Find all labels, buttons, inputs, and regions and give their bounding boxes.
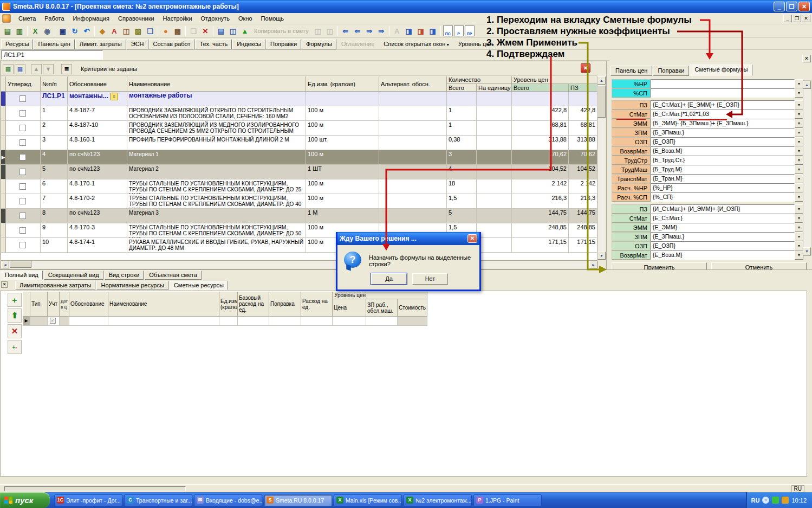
resource-tab-2[interactable]: Нормативные ресурсы bbox=[96, 281, 168, 290]
formula-dropdown-icon[interactable]: ▼ bbox=[795, 156, 803, 165]
view-tab-2[interactable]: Сокращенный вид bbox=[44, 271, 103, 280]
edit-font-icon[interactable]: А bbox=[108, 25, 120, 37]
formula-field[interactable]: {Б_Труд.Ст.} bbox=[651, 156, 795, 165]
no-button[interactable]: Нет bbox=[412, 273, 448, 285]
resource-tab-3[interactable]: Сметные ресурсы bbox=[170, 281, 228, 290]
formula-dropdown-icon[interactable]: ▼ bbox=[795, 250, 803, 260]
mdi-minimize-button[interactable]: _ bbox=[783, 15, 792, 22]
restore-button[interactable]: ❐ bbox=[786, 2, 797, 11]
formula-dropdown-icon[interactable]: ▼ bbox=[795, 100, 803, 110]
structure-icon[interactable]: ▩ bbox=[172, 25, 184, 37]
bottom-close-icon[interactable]: ✕ bbox=[1, 281, 8, 288]
formula-field[interactable]: {Б_Труд.М} bbox=[651, 165, 795, 174]
col-price-total[interactable]: Всего bbox=[512, 84, 569, 92]
rcol-cost[interactable]: Стоимость bbox=[398, 299, 427, 317]
formula-field[interactable]: {%_СП} bbox=[651, 192, 795, 202]
coefficients-icon[interactable]: ● bbox=[160, 25, 172, 37]
tab-эсн[interactable]: ЭСН bbox=[127, 39, 148, 49]
group-collapse-icon[interactable]: ▦ bbox=[15, 64, 25, 74]
criteria-list-icon[interactable]: ≣ bbox=[61, 64, 72, 74]
refresh-icon[interactable]: ↻ bbox=[69, 25, 81, 37]
col-pz[interactable]: ПЗ bbox=[569, 84, 597, 92]
formula-dropdown-icon[interactable]: ▼ bbox=[795, 174, 803, 183]
formula-dropdown-icon[interactable]: ▼ bbox=[795, 241, 803, 250]
formula-field[interactable]: {Е_Возв.М} bbox=[651, 250, 795, 260]
save-icon[interactable]: ▣ bbox=[57, 25, 69, 37]
tab-формулы[interactable]: Формулы bbox=[302, 39, 336, 49]
rcol-corr[interactable]: Поправка bbox=[269, 292, 301, 317]
col-price-group[interactable]: Уровень цен bbox=[512, 76, 597, 84]
grid-vertical-scrollbar[interactable]: ▲ ▼ bbox=[597, 76, 606, 260]
add-resource-icon[interactable]: + bbox=[8, 293, 22, 307]
taskbar-task[interactable]: XMain.xls [Режим сов... bbox=[334, 494, 402, 506]
col-qty-group[interactable]: Количество bbox=[447, 76, 512, 84]
accounted-checkbox[interactable]: ✓ bbox=[50, 318, 56, 324]
menu-отдохнуть[interactable]: Отдохнуть bbox=[197, 14, 235, 23]
menu-помощь[interactable]: Помощь bbox=[257, 14, 289, 23]
rcol-name[interactable]: Наименование bbox=[108, 292, 219, 317]
rcol-dog[interactable]: Дог в ц bbox=[60, 292, 69, 317]
taskbar-task[interactable]: ✉Входящие - dobs@e... bbox=[194, 494, 262, 506]
tab-список-открытых-окон[interactable]: Список открытых окон ▾ bbox=[379, 39, 453, 49]
approve-checkbox[interactable] bbox=[20, 213, 26, 219]
formula-dropdown-icon[interactable]: ▼ bbox=[795, 183, 803, 192]
approve-checkbox[interactable] bbox=[20, 110, 26, 117]
rcol-base[interactable]: Базовый расход на ед. bbox=[238, 292, 269, 317]
col-num[interactable]: №п/п bbox=[41, 76, 68, 92]
tray-language[interactable]: RU bbox=[751, 497, 760, 504]
page-pr-icon[interactable]: ПР bbox=[465, 25, 475, 36]
dialog-title-bar[interactable]: Жду Вашего решения ... ✕ bbox=[337, 232, 479, 245]
formula-field[interactable]: {Б_Ст.Мат.}*1,02*1,03 bbox=[651, 110, 795, 119]
group-expand-icon[interactable]: ▦ bbox=[3, 64, 14, 74]
formula-field[interactable]: {Е_Ст.Мат.} bbox=[651, 214, 795, 223]
tab-поправки[interactable]: Поправки bbox=[266, 39, 301, 49]
view-tab-1[interactable]: Полный вид bbox=[1, 271, 43, 280]
edit-row-icon[interactable]: ❑ bbox=[187, 25, 199, 37]
approve-checkbox[interactable] bbox=[20, 154, 26, 160]
formula-field[interactable]: {Б_ОЗП} bbox=[651, 137, 795, 146]
start-button[interactable]: пуск bbox=[0, 492, 50, 508]
resource-tab-1[interactable]: Лимитированные затраты bbox=[15, 281, 95, 290]
col-basis[interactable]: Обоснование bbox=[68, 76, 127, 92]
cart-icon[interactable]: ▨ bbox=[132, 25, 144, 37]
tray-app-icon[interactable] bbox=[772, 497, 779, 504]
move-resource-up-icon[interactable]: ⬆ bbox=[8, 308, 22, 323]
col-qty-total[interactable]: Всего bbox=[447, 84, 477, 92]
formula-dropdown-icon[interactable]: ▼ bbox=[795, 214, 803, 223]
menu-справочники[interactable]: Справочники bbox=[114, 14, 159, 23]
table-row[interactable]: 64.8-170-1ТРУБЫ СТАЛЬНЫЕ ПО УСТАНОВЛЕННЫ… bbox=[1, 179, 597, 194]
rcol-basis[interactable]: Обоснование bbox=[69, 292, 108, 317]
approve-checkbox[interactable] bbox=[20, 169, 26, 175]
formula-dropdown-icon[interactable]: ▼ bbox=[795, 128, 803, 137]
formula-field[interactable]: {И_Ст.Мат.}+ {И_ЭММ}+ {И_ОЗП} bbox=[651, 204, 795, 214]
move-down-icon[interactable]: ▼ bbox=[43, 64, 54, 74]
tab-состав-работ[interactable]: Состав работ bbox=[149, 39, 195, 49]
approve-checkbox[interactable] bbox=[20, 95, 26, 102]
export-up-icon[interactable]: ▲ bbox=[239, 25, 251, 37]
formula-field[interactable]: {Б_ЭММ}- {Б_ЗПмаш.}+ {Е_ЗПмаш.} bbox=[651, 119, 795, 128]
formula-dropdown-icon[interactable]: ▼ bbox=[795, 232, 803, 241]
paste-doc-icon[interactable]: ◫ bbox=[324, 25, 336, 37]
approve-checkbox[interactable] bbox=[20, 139, 26, 146]
rcol-price-group[interactable]: Уровень цен bbox=[333, 292, 427, 299]
excel-export-icon[interactable]: X bbox=[29, 25, 41, 37]
formula-dropdown-icon[interactable]: ▼ bbox=[795, 119, 803, 128]
rcol-price[interactable]: Цена bbox=[333, 299, 366, 317]
col-alt[interactable]: Альтернат. обосн. bbox=[379, 76, 447, 92]
table-row[interactable]: 8по сч№123Материал 31 М5144,75144,75 bbox=[1, 209, 597, 223]
menu-настройки[interactable]: Настройки bbox=[159, 14, 197, 23]
formulas-tab-1[interactable]: Панель цен bbox=[610, 66, 652, 76]
formulas-scrollbar[interactable]: ▲ ▼ bbox=[803, 80, 811, 256]
tab-лимит-затраты[interactable]: Лимит. затраты bbox=[75, 39, 126, 49]
table-row[interactable]: 5по сч№123Материал 21 ШТ4104,52104,52 bbox=[1, 165, 597, 179]
copy-doc-icon[interactable]: ◫ bbox=[312, 25, 324, 37]
taskbar-task[interactable]: P1.JPG - Paint bbox=[473, 494, 542, 506]
rcol-zp[interactable]: ЗП раб., обсл.маш. bbox=[366, 299, 398, 317]
rcol-acc[interactable]: Учт bbox=[48, 292, 60, 317]
formula-field[interactable]: {Е_ЗПмаш.} bbox=[651, 232, 795, 241]
formula-field[interactable] bbox=[651, 79, 795, 88]
taskbar-task[interactable]: SSmeta.RU 8.0.0.17 bbox=[264, 494, 332, 506]
taskbar-task[interactable]: 1СЭлит -профит - Дог... bbox=[54, 494, 122, 506]
table-row[interactable]: ЛС1.Р1монтажны...≡монтажные работы bbox=[1, 92, 597, 106]
delete-resource-icon[interactable]: ✕ bbox=[8, 324, 22, 338]
